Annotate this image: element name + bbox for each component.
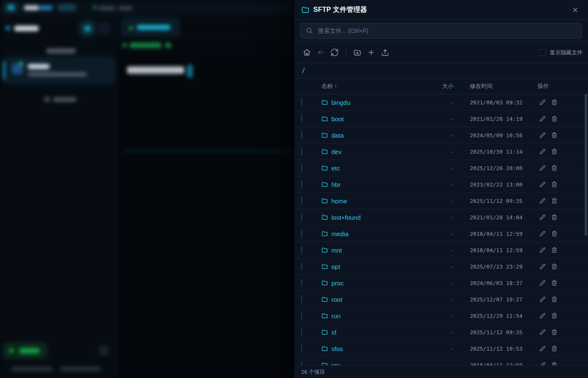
new-folder-button[interactable] — [350, 45, 364, 59]
delete-button[interactable] — [549, 261, 559, 272]
table-row[interactable]: home - 2025/11/12 09:35 — [294, 193, 588, 209]
delete-button[interactable] — [549, 146, 559, 157]
rename-button[interactable] — [538, 327, 548, 337]
breadcrumb-root[interactable]: / — [302, 67, 305, 75]
delete-button[interactable] — [549, 196, 559, 206]
file-link[interactable]: data — [321, 132, 434, 139]
file-link[interactable]: opt — [321, 263, 434, 270]
delete-button[interactable] — [549, 114, 559, 124]
delete-button[interactable] — [549, 130, 559, 140]
column-header-name[interactable]: 名称 ↑ — [321, 83, 434, 90]
home-button[interactable] — [300, 45, 314, 59]
row-checkbox[interactable] — [301, 311, 302, 319]
rename-button[interactable] — [538, 114, 548, 124]
file-link[interactable]: sf — [321, 329, 434, 336]
show-hidden-toggle[interactable]: 显示隐藏文件 — [539, 49, 583, 56]
file-link[interactable]: lost+found — [321, 214, 434, 221]
refresh-button[interactable] — [328, 45, 342, 59]
delete-button[interactable] — [549, 245, 559, 255]
delete-button[interactable] — [549, 179, 559, 189]
search-input[interactable] — [300, 23, 582, 39]
table-row[interactable]: srv - 2018/04/11 12:59 — [294, 357, 588, 365]
row-checkbox[interactable] — [301, 246, 302, 254]
table-row[interactable]: run - 2025/12/29 11:54 — [294, 308, 588, 324]
delete-button[interactable] — [549, 360, 559, 365]
delete-button[interactable] — [549, 212, 559, 222]
rename-button[interactable] — [538, 212, 548, 222]
rename-button[interactable] — [538, 311, 548, 321]
table-row[interactable]: sf - 2025/11/12 09:35 — [294, 324, 588, 341]
row-checkbox[interactable] — [301, 229, 302, 237]
rename-button[interactable] — [538, 343, 548, 354]
file-link[interactable]: boot — [321, 115, 434, 122]
table-row[interactable]: data - 2024/05/09 10:56 — [294, 127, 588, 144]
rename-button[interactable] — [538, 245, 548, 255]
rename-button[interactable] — [538, 294, 548, 304]
rename-button[interactable] — [538, 163, 548, 173]
row-checkbox[interactable] — [301, 114, 302, 122]
close-button[interactable] — [569, 3, 581, 16]
table-row[interactable]: lost+found - 2021/01/28 14:04 — [294, 209, 588, 226]
row-checkbox[interactable] — [301, 147, 302, 155]
file-link[interactable]: proc — [321, 280, 434, 287]
row-checkbox[interactable] — [301, 361, 302, 365]
file-link[interactable]: run — [321, 312, 434, 319]
rename-button[interactable] — [538, 196, 548, 206]
delete-button[interactable] — [549, 163, 559, 173]
rename-button[interactable] — [538, 97, 548, 107]
delete-button[interactable] — [549, 343, 559, 354]
rename-button[interactable] — [538, 146, 548, 157]
table-row[interactable]: proc - 2024/06/03 18:37 — [294, 275, 588, 291]
new-file-button[interactable] — [364, 45, 378, 59]
row-checkbox[interactable] — [301, 180, 302, 188]
file-link[interactable]: root — [321, 296, 434, 303]
delete-button[interactable] — [549, 327, 559, 337]
row-checkbox[interactable] — [301, 197, 302, 205]
file-link[interactable]: sfos — [321, 345, 434, 352]
table-row[interactable]: etc - 2025/12/26 20:00 — [294, 160, 588, 176]
table-row[interactable]: boot - 2021/01/28 14:19 — [294, 111, 588, 127]
file-link[interactable]: srv — [321, 362, 434, 366]
table-row[interactable]: dev - 2025/10/30 11:14 — [294, 144, 588, 160]
rename-button[interactable] — [538, 130, 548, 140]
file-link[interactable]: etc — [321, 165, 434, 172]
rename-button[interactable] — [538, 278, 548, 288]
scrollbar-thumb[interactable] — [585, 94, 587, 236]
rename-button[interactable] — [538, 179, 548, 189]
rename-button[interactable] — [538, 360, 548, 365]
upload-button[interactable] — [378, 45, 392, 59]
rename-button[interactable] — [538, 261, 548, 272]
show-hidden-checkbox[interactable] — [539, 49, 546, 56]
delete-button[interactable] — [549, 278, 559, 288]
table-row[interactable]: mnt - 2018/04/11 12:59 — [294, 242, 588, 258]
table-row[interactable]: hbr - 2023/02/22 13:00 — [294, 176, 588, 193]
file-link[interactable]: home — [321, 197, 434, 205]
rename-button[interactable] — [538, 229, 548, 239]
row-checkbox[interactable] — [301, 295, 302, 303]
row-checkbox[interactable] — [301, 262, 302, 270]
table-row[interactable]: media - 2018/04/11 12:59 — [294, 226, 588, 242]
column-header-size[interactable]: 大小 — [434, 83, 456, 90]
table-row[interactable]: sfos - 2025/11/12 10:53 — [294, 341, 588, 357]
table-row[interactable]: opt - 2025/07/23 23:29 — [294, 258, 588, 275]
file-link[interactable]: mnt — [321, 247, 434, 254]
file-link[interactable]: media — [321, 230, 434, 237]
back-button[interactable] — [314, 45, 328, 59]
column-header-modified[interactable]: 修改时间 — [456, 83, 530, 90]
row-checkbox[interactable] — [301, 344, 302, 352]
delete-button[interactable] — [549, 229, 559, 239]
file-link[interactable]: hbr — [321, 181, 434, 188]
file-link[interactable]: dev — [321, 148, 434, 155]
row-checkbox[interactable] — [301, 279, 302, 287]
table-row[interactable]: root - 2025/12/07 19:27 — [294, 291, 588, 308]
delete-button[interactable] — [549, 97, 559, 107]
delete-button[interactable] — [549, 311, 559, 321]
row-checkbox[interactable] — [301, 131, 302, 139]
row-checkbox[interactable] — [301, 213, 302, 221]
file-link[interactable]: bingdu — [321, 99, 434, 106]
row-checkbox[interactable] — [301, 328, 302, 336]
table-row[interactable]: bingdu - 2021/08/03 09:32 — [294, 94, 588, 111]
delete-button[interactable] — [549, 294, 559, 304]
row-checkbox[interactable] — [301, 164, 302, 172]
row-checkbox[interactable] — [301, 98, 302, 106]
